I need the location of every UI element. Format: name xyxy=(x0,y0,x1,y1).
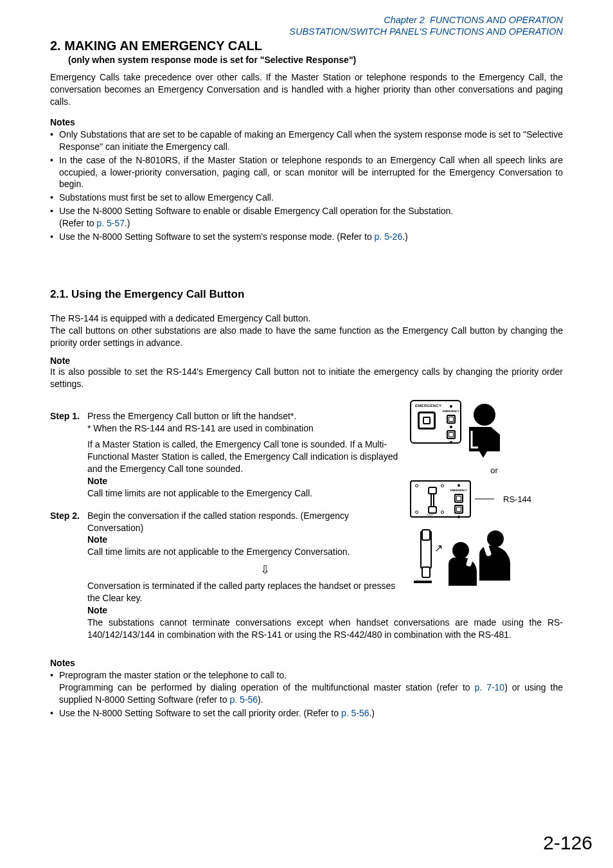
step-label: Step 2. xyxy=(50,510,87,559)
note-body-wide: The substations cannot terminate convers… xyxy=(87,617,563,641)
chapter-subline: SUBSTATION/SWITCH PANEL'S FUNCTIONS AND … xyxy=(50,26,563,37)
section-title: 2. MAKING AN EMERGENCY CALL xyxy=(50,39,563,53)
note-text: .) xyxy=(125,218,130,228)
note-text: .) xyxy=(402,231,408,242)
emergency-panel-icon: EMERGENCY EMERGENCY xyxy=(410,400,461,444)
text: The call buttons on other substations ar… xyxy=(50,325,563,348)
hand-press-icon xyxy=(465,426,504,459)
handset-lift-icon: ↗ xyxy=(413,530,440,577)
note-text: Use the N-8000 Setting Software to enabl… xyxy=(59,206,453,216)
page-link[interactable]: p. 5-57 xyxy=(96,218,125,228)
note-text: (Refer to xyxy=(59,218,96,228)
note-text: In the case of the N-8010RS, if the Mast… xyxy=(59,155,563,190)
pointer-line-icon xyxy=(475,493,494,505)
page-link[interactable]: p. 7-10 xyxy=(475,682,505,692)
or-label: or xyxy=(425,466,563,475)
note-body: Call time limits are not applicable to t… xyxy=(87,546,402,558)
handset-panel-icon: 〰 EMERGENCY xyxy=(410,480,471,518)
notes-heading: Notes xyxy=(50,117,563,127)
step-text: Press the Emergency Call button or lift … xyxy=(87,410,402,422)
call-button-icon xyxy=(447,430,456,439)
chapter-italic: Chapter 2 xyxy=(384,15,425,25)
step-label: Step 1. xyxy=(50,410,87,499)
note-text: Substations must first be set to allow E… xyxy=(59,192,274,203)
lift-arrow-icon: ↗ xyxy=(434,542,443,554)
note-text: Only Substations that are set to be capa… xyxy=(59,129,563,152)
note-item: Preprogram the master station or the tel… xyxy=(50,669,563,706)
note-item: In the case of the N-8010RS, if the Mast… xyxy=(50,154,563,191)
step-text: Conversation is terminated if the called… xyxy=(87,580,402,604)
handset-icon xyxy=(428,487,437,514)
note-text: ). xyxy=(258,694,263,705)
emergency-small-label: EMERGENCY xyxy=(443,410,459,413)
chapter-header: Chapter 2 FUNCTIONS AND OPERATION xyxy=(50,14,563,26)
step-text: If a Master Station is called, the Emerg… xyxy=(87,439,402,475)
page-number: 2-126 xyxy=(543,832,592,854)
note-heading: Note xyxy=(50,356,563,366)
note-body: It is also possible to set the RS-144's … xyxy=(50,366,563,390)
emergency-small-label: EMERGENCY xyxy=(450,489,467,492)
note-text: .) xyxy=(369,708,375,718)
note-item: Use the N-8000 Setting Software to set t… xyxy=(50,231,563,243)
sub21-para: The RS-144 is equipped with a dedicated … xyxy=(50,312,563,349)
call-button-icon xyxy=(454,494,463,503)
page-link[interactable]: p. 5-56 xyxy=(341,708,369,718)
note-heading: Note xyxy=(87,604,402,617)
led-icon xyxy=(450,441,452,444)
note-item: Only Substations that are set to be capa… xyxy=(50,129,563,153)
note-text: Use the N-8000 Setting Software to set t… xyxy=(59,708,341,718)
call-button-icon xyxy=(454,505,463,514)
page-link[interactable]: p. 5-26 xyxy=(375,231,403,242)
page-link[interactable]: p. 5-56 xyxy=(229,694,258,705)
chapter-title: FUNCTIONS AND OPERATION xyxy=(430,15,563,25)
note-text: Use the N-8000 Setting Software to set t… xyxy=(59,231,375,242)
press-indicator-icon xyxy=(474,404,495,426)
step-2: Step 2. Begin the conversation if the ca… xyxy=(50,510,402,617)
note-text: Programming can be performed by dialing … xyxy=(59,682,475,692)
emergency-button-icon xyxy=(418,411,436,429)
led-icon xyxy=(450,405,452,408)
section-subtitle: (only when system response mode is set f… xyxy=(68,55,563,65)
emergency-label: EMERGENCY xyxy=(415,404,441,408)
figure-rs144: EMERGENCY EMERGENCY xyxy=(410,400,563,617)
call-button-icon xyxy=(447,415,456,424)
note-text: Preprogram the master station or the tel… xyxy=(59,670,287,680)
notes-heading: Notes xyxy=(50,658,563,668)
step-1: Step 1. Press the Emergency Call button … xyxy=(50,410,402,499)
note-body: Call time limits are not applicable to t… xyxy=(87,487,402,500)
note-heading: Note xyxy=(87,475,402,487)
note-item: Substations must first be set to allow E… xyxy=(50,192,563,204)
cable-icon: 〰 xyxy=(427,512,433,519)
notes-list-2: Preprogram the master station or the tel… xyxy=(50,669,563,719)
conversation-icon xyxy=(449,530,519,588)
notes-list-1: Only Substations that are set to be capa… xyxy=(50,129,563,243)
step-text: * When the RS-144 and RS-141 are used in… xyxy=(87,422,402,435)
rs144-label: RS-144 xyxy=(503,494,531,504)
text: The RS-144 is equipped with a dedicated … xyxy=(50,313,310,323)
note-heading: Note xyxy=(87,534,402,546)
led-icon xyxy=(450,426,452,428)
step-text: Begin the conversation if the called sta… xyxy=(87,510,402,534)
intro-paragraph: Emergency Calls take precedence over oth… xyxy=(50,71,563,108)
down-arrow-icon: ⇩ xyxy=(127,562,402,577)
subsection-heading: 2.1. Using the Emergency Call Button xyxy=(50,288,563,301)
note-item: Use the N-8000 Setting Software to set t… xyxy=(50,707,563,719)
note-item: Use the N-8000 Setting Software to enabl… xyxy=(50,205,563,230)
